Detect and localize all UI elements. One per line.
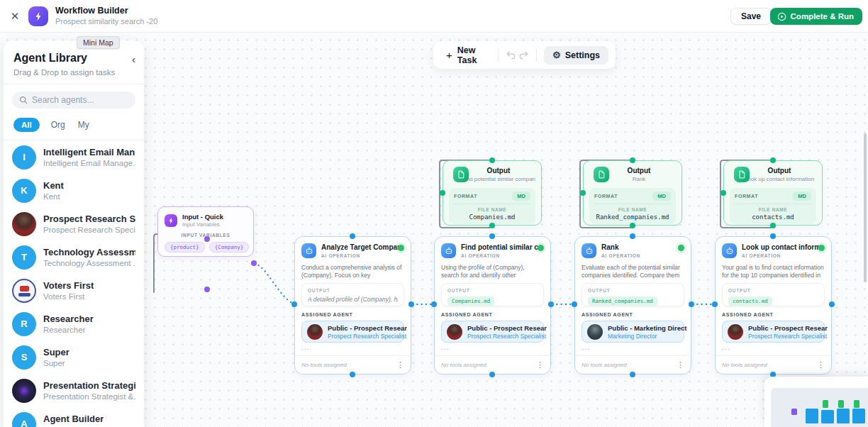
task-handle-right[interactable] bbox=[689, 301, 694, 307]
variable-chip[interactable]: {product} bbox=[165, 242, 205, 253]
kebab-menu-icon[interactable]: ⋮ bbox=[677, 360, 684, 370]
task-type-label: AI OPERATION bbox=[742, 253, 821, 258]
input-handle-top[interactable] bbox=[204, 236, 210, 242]
output-node-ranked-companies[interactable]: OutputRank FORMATMD FILE NAME Ranked_com… bbox=[583, 160, 682, 226]
tab-all[interactable]: All bbox=[13, 118, 40, 132]
format-value-chip[interactable]: MD bbox=[652, 192, 671, 201]
variable-chip[interactable]: {Company} bbox=[209, 242, 250, 253]
task-node-find-similar-companies[interactable]: Find potential similar companiesAI OPERA… bbox=[434, 236, 551, 375]
input-node[interactable]: Input - Quick Input Variables INPUT VARI… bbox=[157, 206, 254, 257]
search-box[interactable] bbox=[12, 92, 135, 109]
no-tools-text: No tools assigned bbox=[582, 362, 627, 368]
task-handle-left[interactable] bbox=[431, 301, 437, 307]
more-dots[interactable]: ··· bbox=[582, 345, 684, 353]
task-output-box[interactable]: OUTPUTCompanies.md bbox=[441, 283, 544, 306]
more-dots[interactable]: ··· bbox=[301, 345, 404, 353]
output-handle-bottom[interactable] bbox=[489, 223, 495, 228]
assigned-agent-card[interactable]: Public - Prospect Resear...Prospect Rese… bbox=[441, 321, 544, 343]
output-handle-left[interactable] bbox=[440, 190, 445, 196]
task-handle-right[interactable] bbox=[548, 301, 554, 307]
input-variable-chips: {product} {Company} bbox=[165, 242, 247, 253]
agent-list-item[interactable]: Presentation Strategi...Presentation Str… bbox=[4, 374, 144, 407]
task-handle-left[interactable] bbox=[712, 301, 718, 307]
output-handle-left[interactable] bbox=[580, 190, 586, 196]
undo-icon bbox=[506, 50, 516, 60]
kebab-menu-icon[interactable]: ⋮ bbox=[536, 360, 544, 370]
format-label: FORMAT bbox=[735, 194, 758, 199]
more-dots[interactable]: ··· bbox=[722, 345, 825, 353]
save-button[interactable]: Save bbox=[730, 8, 772, 25]
format-value-chip[interactable]: MD bbox=[793, 192, 811, 201]
task-node-look-up-contact-information[interactable]: Look up contact informationAI OPERATION … bbox=[715, 236, 832, 375]
output-file-chip[interactable]: contacts.md bbox=[728, 296, 772, 306]
input-handle-right[interactable] bbox=[251, 260, 257, 266]
output-file-chip[interactable]: Companies.md bbox=[447, 296, 494, 306]
new-task-button[interactable]: + New Task bbox=[440, 45, 492, 65]
task-node-analyze-target-company[interactable]: Analyze Target CompanyAI OPERATION Condu… bbox=[294, 236, 411, 375]
format-value-chip[interactable]: MD bbox=[512, 192, 530, 201]
redo-button[interactable] bbox=[517, 47, 530, 64]
task-handle-top[interactable] bbox=[770, 233, 776, 239]
agent-filter-tabs: All Org My bbox=[4, 116, 144, 140]
agent-list-item[interactable]: Prospect Research S...Prospect Research … bbox=[4, 207, 144, 240]
output-handle-top[interactable] bbox=[489, 157, 495, 163]
agent-list-item[interactable]: T Technology Assessm...Technology Assess… bbox=[4, 240, 144, 274]
search-input[interactable] bbox=[32, 95, 124, 105]
undo-button[interactable] bbox=[504, 47, 518, 64]
assigned-agent-card[interactable]: Public - Prospect Resear...Prospect Rese… bbox=[722, 321, 825, 343]
task-handle-left[interactable] bbox=[291, 301, 297, 307]
agent-list-item[interactable]: I Intelligent Email Man...Intelligent Em… bbox=[4, 140, 144, 174]
agent-list-item[interactable]: A Agent BuilderAgent Builder bbox=[4, 407, 144, 427]
task-output-box[interactable]: OUTPUTA detailed profile of (Company), h… bbox=[301, 283, 404, 306]
output-label: OUTPUT bbox=[588, 288, 678, 293]
input-handle-bottom[interactable] bbox=[204, 287, 210, 292]
sidebar-scrollbar[interactable] bbox=[864, 133, 867, 282]
task-handle-top[interactable] bbox=[630, 233, 635, 239]
input-node-header: Input - Quick Input Variables bbox=[165, 213, 247, 228]
output-handle-bottom[interactable] bbox=[770, 223, 776, 228]
task-output-box[interactable]: OUTPUTRanked_companies.md bbox=[582, 283, 684, 306]
task-handle-bottom[interactable] bbox=[489, 372, 495, 377]
agent-list-item[interactable]: R ResearcherResearcher bbox=[4, 307, 144, 340]
tab-org[interactable]: Org bbox=[50, 117, 67, 133]
complete-run-button[interactable]: Complete & Run bbox=[770, 8, 862, 25]
task-handle-top[interactable] bbox=[350, 233, 355, 239]
play-circle-icon bbox=[777, 12, 786, 21]
output-handle-top[interactable] bbox=[770, 157, 776, 163]
more-dots[interactable]: ··· bbox=[441, 345, 544, 353]
output-handle-top[interactable] bbox=[630, 157, 635, 163]
output-node-contacts[interactable]: OutputLook up contact information FORMAT… bbox=[723, 160, 823, 226]
output-file-chip[interactable]: Ranked_companies.md bbox=[588, 296, 657, 306]
assigned-agent-card[interactable]: Public - Marketing DirectorMarketing Dir… bbox=[582, 321, 684, 343]
avatar bbox=[728, 324, 743, 340]
agent-subtitle: Researcher bbox=[43, 326, 94, 334]
agent-list-item[interactable]: K KentKent bbox=[4, 174, 144, 207]
task-handle-bottom[interactable] bbox=[630, 372, 635, 377]
mini-map[interactable] bbox=[764, 377, 868, 427]
output-handle-left[interactable] bbox=[720, 190, 726, 196]
agent-subtitle: Super bbox=[43, 359, 69, 367]
agent-list-item[interactable]: Voters FirstVoters First bbox=[4, 274, 144, 307]
file-name-label: FILE NAME bbox=[735, 207, 811, 212]
task-handle-bottom[interactable] bbox=[350, 372, 355, 377]
task-output-box[interactable]: OUTPUTcontacts.md bbox=[722, 283, 825, 306]
output-handle-bottom[interactable] bbox=[630, 223, 635, 228]
avatar bbox=[12, 379, 36, 403]
kebab-menu-icon[interactable]: ⋮ bbox=[817, 360, 825, 370]
collapse-chevron-icon[interactable]: ‹ bbox=[132, 53, 135, 65]
assigned-agent-card[interactable]: Public - Prospect Resear...Prospect Rese… bbox=[301, 321, 404, 343]
tab-my[interactable]: My bbox=[77, 117, 91, 133]
task-handle-right[interactable] bbox=[408, 301, 414, 307]
agent-subtitle: Intelligent Email Manage... bbox=[43, 159, 135, 167]
output-node-subtitle: Look up contact information bbox=[742, 176, 816, 182]
task-handle-left[interactable] bbox=[572, 301, 577, 307]
task-node-rank[interactable]: RankAI OPERATION Evaluate each of the po… bbox=[574, 236, 691, 375]
agent-list-item[interactable]: S SuperSuper bbox=[4, 340, 144, 374]
task-handle-right[interactable] bbox=[829, 301, 835, 307]
close-icon[interactable]: ✕ bbox=[9, 10, 21, 23]
output-node-companies[interactable]: OutputFind potential similar companies F… bbox=[443, 160, 542, 226]
settings-button[interactable]: ⚙ Settings bbox=[544, 46, 608, 65]
task-handle-top[interactable] bbox=[489, 233, 495, 239]
kebab-menu-icon[interactable]: ⋮ bbox=[396, 360, 404, 370]
output-node-subtitle: Find potential similar companies bbox=[462, 176, 535, 182]
